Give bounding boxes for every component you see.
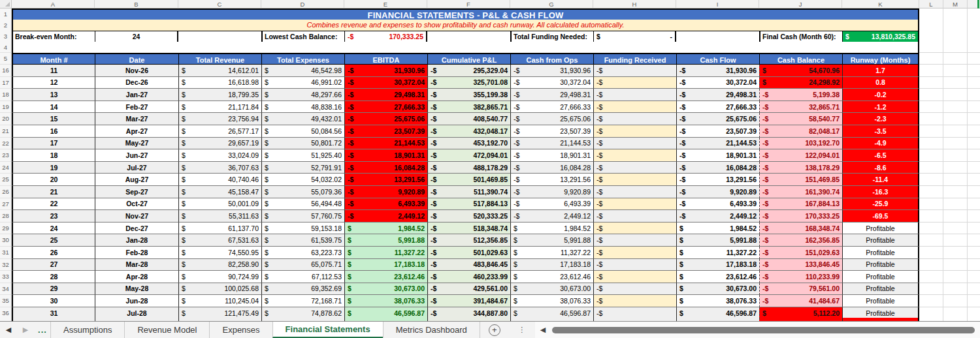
cell-funding-received[interactable]: -$ [593,77,676,89]
cell-funding-received[interactable]: -$ [593,186,676,198]
cell-cash-flow[interactable]: -$9,920.89 [676,186,759,198]
cell-funding-received[interactable]: -$ [593,198,676,211]
cell-empty[interactable] [968,101,980,114]
cell-empty[interactable] [919,20,943,31]
cell-cumulative-pl[interactable]: -$520,333.25 [427,210,510,223]
cell-total-expenses[interactable]: $48,297.66 [261,89,344,101]
cell-runway[interactable]: -3.5 [842,125,919,138]
cell-empty[interactable] [968,259,980,271]
row-number[interactable]: 33 [0,271,12,283]
cell-cash-from-ops[interactable]: -$27,666.33 [510,101,593,114]
cell-date[interactable]: Sep-27 [95,186,178,198]
cell-date[interactable]: Nov-26 [95,65,178,77]
cell-empty[interactable] [943,162,968,174]
cell-empty[interactable] [919,53,943,65]
cell-cash-from-ops[interactable]: -$21,144.53 [510,138,593,150]
cell-cash-from-ops[interactable]: -$23,507.39 [510,125,593,138]
cell-cash-from-ops[interactable]: -$30,372.04 [510,77,593,89]
cell-ebitda[interactable]: -$25,675.06 [344,113,427,125]
cell-total-expenses[interactable]: $65,075.71 [261,259,344,271]
cell-total-revenue[interactable]: $26,577.17 [178,125,261,138]
cell-ebitda[interactable]: -$9,920.89 [344,186,427,198]
tab-options-kebab-icon[interactable]: ⋮ [509,322,535,338]
cell-cumulative-pl[interactable]: -$295,329.04 [427,65,510,77]
tabs-scroll-left-button[interactable]: ◀ [0,322,17,338]
cell-total-expenses[interactable]: $48,838.16 [261,101,344,114]
cell-funding-received[interactable]: -$ [593,162,676,174]
cell-empty[interactable] [919,65,943,77]
cell-total-revenue[interactable]: $110,245.04 [178,295,261,307]
cell-funding-received[interactable]: -$ [593,247,676,259]
cell-empty[interactable] [968,77,980,89]
cell-date[interactable]: Mar-27 [95,113,178,125]
cell-empty[interactable] [943,234,968,247]
cell-cash-from-ops[interactable]: $38,076.33 [510,295,593,307]
cell-month[interactable]: 12 [12,77,95,89]
cell-cash-flow[interactable]: -$30,372.04 [676,77,759,89]
cell-month[interactable]: 19 [12,162,95,174]
cell-empty[interactable] [968,271,980,283]
row-number[interactable]: 35 [0,295,12,307]
cell-date[interactable]: Apr-27 [95,125,178,138]
cell-cash-flow[interactable]: $30,673.00 [676,283,759,296]
cell-month[interactable]: 22 [12,198,95,211]
cell-empty[interactable] [943,283,968,296]
cell-funding-received[interactable]: -$ [593,295,676,307]
cell-cash-from-ops[interactable]: -$16,084.28 [510,162,593,174]
cell-empty[interactable] [919,247,943,259]
cell-ebitda[interactable]: $38,076.33 [344,295,427,307]
cell-cash-balance[interactable]: -$151,469.85 [759,174,842,186]
row-number[interactable]: 29 [0,223,12,235]
cell-empty[interactable] [968,198,980,211]
cell-total-revenue[interactable]: $29,657.19 [178,138,261,150]
cell-empty[interactable] [919,210,943,223]
cell-date[interactable]: Apr-28 [95,271,178,283]
scrollbar-thumb[interactable] [552,327,975,333]
cell-date[interactable]: Feb-27 [95,101,178,114]
cell-month[interactable]: 20 [12,174,95,186]
column-letter-H[interactable]: H [593,0,676,8]
cell-total-expenses[interactable]: $54,032.02 [261,174,344,186]
cell-month[interactable]: 28 [12,271,95,283]
cell-cash-balance[interactable]: -$168,348.74 [759,223,842,235]
row-number[interactable]: 18 [0,89,12,101]
cell-runway[interactable]: -8.6 [842,162,919,174]
cell-cash-from-ops[interactable]: $5,991.88 [510,234,593,247]
horizontal-scrollbar[interactable]: ◀ [535,322,980,338]
cell-cash-from-ops[interactable]: -$29,498.31 [510,89,593,101]
cell-empty[interactable] [919,162,943,174]
cell-runway[interactable]: -0.2 [842,89,919,101]
cell-funding-received[interactable]: -$ [593,65,676,77]
cell-cash-from-ops[interactable]: -$9,920.89 [510,186,593,198]
cell-date[interactable]: Oct-27 [95,198,178,211]
cell-total-revenue[interactable]: $74,550.95 [178,247,261,259]
column-letter-D[interactable]: D [261,0,344,8]
cell-total-expenses[interactable]: $63,223.73 [261,247,344,259]
cell-ebitda[interactable]: -$31,930.96 [344,65,427,77]
cell-runway[interactable]: 1.7 [842,65,919,77]
cell-funding-received[interactable]: -$ [593,234,676,247]
row-number[interactable]: 17 [0,77,12,89]
cell-cash-flow[interactable]: -$18,901.31 [676,149,759,162]
cell-empty[interactable] [919,125,943,138]
cell-date[interactable]: Feb-28 [95,247,178,259]
cell-runway[interactable]: -1.2 [842,101,919,114]
cell-runway[interactable]: Profitable [842,283,919,296]
cell-cash-balance[interactable]: -$110,233.99 [759,271,842,283]
cell-empty[interactable] [968,174,980,186]
column-letter-M[interactable]: M [943,0,968,8]
cell-cash-from-ops[interactable]: -$6,493.39 [510,198,593,211]
row-number[interactable]: 34 [0,283,12,296]
cell-ebitda[interactable]: $11,327.22 [344,247,427,259]
cell-month[interactable]: 17 [12,138,95,150]
cell-ebitda[interactable]: $30,673.00 [344,283,427,296]
cell-cumulative-pl[interactable]: -$408,540.77 [427,113,510,125]
cell-ebitda[interactable]: -$2,449.12 [344,210,427,223]
cell-empty[interactable] [919,138,943,150]
cell-cash-flow[interactable]: -$16,084.28 [676,162,759,174]
row-number[interactable]: 26 [0,186,12,198]
cell-empty[interactable] [968,42,980,53]
cell-cash-flow[interactable]: $38,076.33 [676,295,759,307]
cell-cash-balance[interactable]: $24,298.92 [759,77,842,89]
cell-cash-from-ops[interactable]: $17,183.18 [510,259,593,271]
